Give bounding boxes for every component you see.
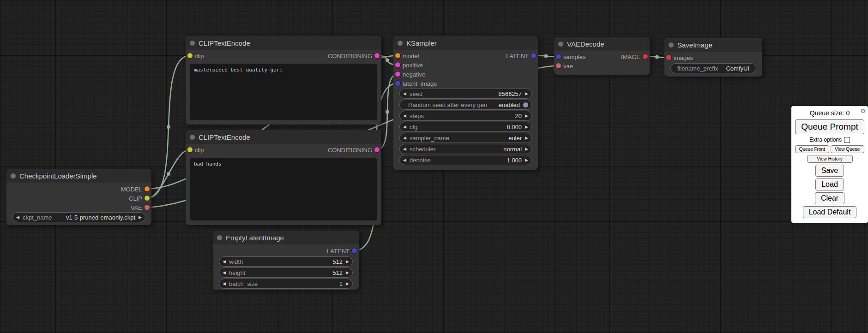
prompt-textarea[interactable]: bad hands [190,158,377,220]
node-title-bar[interactable]: CLIPTextEncode [186,36,381,50]
widget-cfg[interactable]: ◀ cfg 8.000 ▶ [399,122,532,132]
widget-value: 8566257 [498,90,522,97]
output-slot-conditioning: CONDITIONING [186,145,381,155]
slot-label: IMAGE [621,54,640,60]
widget-batch-size[interactable]: ◀ batch_size 1 ▶ [219,279,353,289]
slot-label: negative [403,71,425,78]
decrement-arrow-icon[interactable]: ◀ [400,125,410,129]
node-title-bar[interactable]: VAEDecode [554,37,650,51]
widget-denoise[interactable]: ◀ denoise 1.000 ▶ [399,155,532,165]
queue-prompt-button[interactable]: Queue Prompt [795,119,864,134]
decrement-arrow-icon[interactable]: ◀ [219,259,229,264]
widget-height[interactable]: ◀ height 512 ▶ [219,268,353,278]
widget-scheduler[interactable]: ◀ scheduler normal ▶ [399,144,532,154]
slot-label: positive [403,62,423,69]
view-history-button[interactable]: View History [807,155,853,163]
widget-filename-prefix[interactable]: filename_prefix ComfyUI [670,63,756,73]
node-collapse-dot[interactable] [669,42,674,48]
node-collapse-dot[interactable] [11,173,16,178]
decrement-arrow-icon[interactable]: ◀ [13,215,23,220]
node-save-image[interactable]: SaveImage images filename_prefix ComfyUI [664,38,762,77]
widget-steps[interactable]: ◀ steps 20 ▶ [399,111,532,121]
clip-output-port[interactable] [145,196,150,201]
queue-size-row: Queue size: 0 ⚙ [795,108,864,118]
decrement-arrow-icon[interactable]: ◀ [400,91,410,96]
widget-width[interactable]: ◀ width 512 ▶ [219,256,353,267]
node-collapse-dot[interactable] [190,135,195,140]
decrement-arrow-icon[interactable]: ◀ [400,136,410,140]
increment-arrow-icon[interactable]: ▶ [343,270,352,275]
slot-label: MODEL [121,186,142,193]
latent-output-port[interactable] [531,53,536,58]
increment-arrow-icon[interactable]: ▶ [343,259,352,264]
decrement-arrow-icon[interactable]: ◀ [400,147,410,151]
increment-arrow-icon[interactable]: ▶ [522,158,531,162]
increment-arrow-icon[interactable]: ▶ [522,147,531,151]
decrement-arrow-icon[interactable]: ◀ [219,270,229,275]
image-output-port[interactable] [643,54,648,59]
extra-options-row: Extra options [809,136,850,143]
view-queue-button[interactable]: View Queue [831,145,865,153]
toggle-indicator[interactable] [523,102,528,107]
latent-image-input-port[interactable] [395,81,400,86]
node-title-bar[interactable]: SaveImage [664,38,762,52]
node-checkpoint-loader-simple[interactable]: CheckpointLoaderSimple MODEL CLIP VAE ◀ … [6,169,151,225]
queue-front-button[interactable]: Queue Front [795,145,829,153]
graph-canvas[interactable]: CheckpointLoaderSimple MODEL CLIP VAE ◀ … [0,0,868,333]
positive-input-port[interactable] [395,62,400,67]
vae-output-port[interactable] [145,205,150,210]
slot-label: CONDITIONING [328,147,372,154]
decrement-arrow-icon[interactable]: ◀ [400,158,410,162]
node-title-bar[interactable]: EmptyLatentImage [213,231,359,244]
widget-ckpt-name[interactable]: ◀ ckpt_name v1-5-pruned-emaonly.ckpt ▶ [12,212,145,222]
node-title-bar[interactable]: CLIPTextEncode [186,130,381,144]
clear-button[interactable]: Clear [815,192,844,204]
conditioning-output-port[interactable] [374,147,380,152]
prompt-textarea[interactable]: masterpiece best quality girl [190,64,377,120]
node-vae-decode[interactable]: VAEDecode samples IMAGE vae [554,37,650,75]
vae-input-port[interactable] [556,63,561,68]
node-clip-text-encode-negative[interactable]: CLIPTextEncode clip CONDITIONING bad han… [186,130,381,225]
extra-options-checkbox[interactable] [844,137,850,143]
load-button[interactable]: Load [815,178,844,190]
slot-label: LATENT [327,248,350,255]
increment-arrow-icon[interactable]: ▶ [343,281,352,286]
node-collapse-dot[interactable] [217,235,222,240]
increment-arrow-icon[interactable]: ▶ [135,215,145,220]
node-ksampler[interactable]: KSampler model LATENT positive negative … [393,36,538,170]
increment-arrow-icon[interactable]: ▶ [522,125,531,129]
node-title-bar[interactable]: KSampler [393,36,538,50]
output-slot-conditioning: CONDITIONING [186,51,381,60]
node-collapse-dot[interactable] [558,42,563,47]
negative-input-port[interactable] [395,71,400,77]
node-title: EmptyLatentImage [226,234,284,242]
node-title: CLIPTextEncode [199,39,250,47]
widget-value: v1-5-pruned-emaonly.ckpt [66,214,135,221]
decrement-arrow-icon[interactable]: ◀ [400,113,410,118]
images-input-port[interactable] [666,55,671,60]
node-collapse-dot[interactable] [398,41,403,46]
input-slot-negative: negative [393,70,538,79]
widget-label: seed [410,90,422,97]
decrement-arrow-icon[interactable]: ◀ [219,281,229,286]
node-title-bar[interactable]: CheckpointLoaderSimple [6,169,151,183]
node-collapse-dot[interactable] [190,41,195,46]
widget-seed[interactable]: ◀ seed 8566257 ▶ [399,89,532,99]
slot-label: CLIP [129,195,142,202]
node-empty-latent-image[interactable]: EmptyLatentImage LATENT ◀ width 512 ▶ ◀ … [213,231,359,290]
widget-random-seed-toggle[interactable]: Random seed after every gen enabled [399,100,532,110]
load-default-button[interactable]: Load Default [803,206,857,218]
slot-label: CONDITIONING [328,53,372,59]
node-clip-text-encode-positive[interactable]: CLIPTextEncode clip CONDITIONING masterp… [186,36,381,125]
output-slot-vae: VAE [6,203,151,212]
save-button[interactable]: Save [815,165,844,177]
latent-output-port[interactable] [352,248,357,253]
node-title: CLIPTextEncode [199,133,250,141]
conditioning-output-port[interactable] [374,53,380,58]
increment-arrow-icon[interactable]: ▶ [522,113,531,118]
widget-sampler-name[interactable]: ◀ sampler_name euler ▶ [399,133,532,143]
increment-arrow-icon[interactable]: ▶ [522,91,531,96]
increment-arrow-icon[interactable]: ▶ [522,136,531,140]
settings-gear-icon[interactable]: ⚙ [860,108,866,114]
model-output-port[interactable] [145,186,150,191]
